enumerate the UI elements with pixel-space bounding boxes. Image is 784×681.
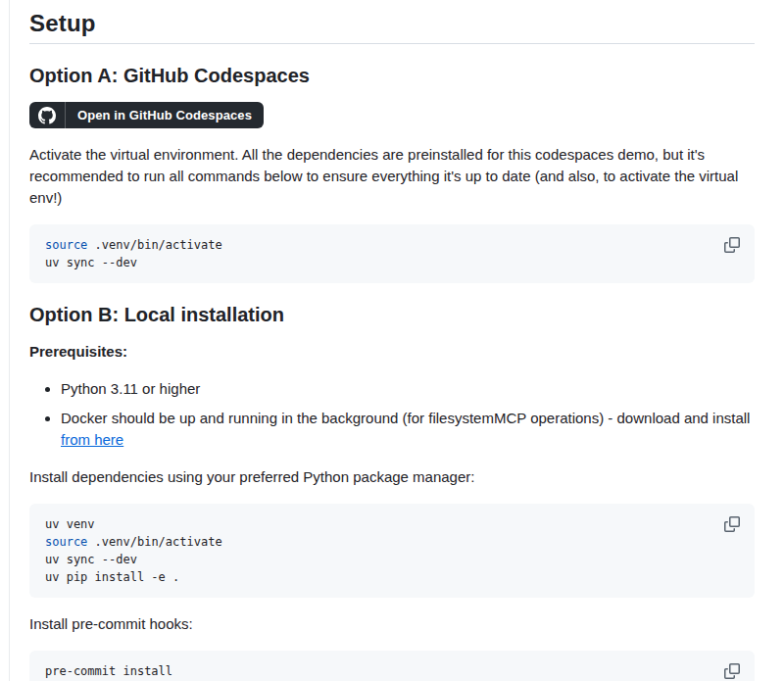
setup-heading: Setup	[29, 10, 755, 44]
code-content[interactable]: source .venv/bin/activate uv sync --dev	[45, 236, 706, 271]
list-item-docker: Docker should be up and running in the b…	[61, 408, 755, 451]
code-content[interactable]: pre-commit install	[45, 662, 706, 680]
copy-icon	[724, 663, 740, 679]
code-token: uv pip install -e .	[45, 570, 179, 584]
list-item-text: Docker should be up and running in the b…	[61, 410, 750, 426]
copy-icon	[724, 237, 740, 253]
copy-button[interactable]	[721, 234, 743, 256]
install-deps-paragraph: Install dependencies using your preferre…	[29, 466, 755, 488]
from-here-link[interactable]: from here	[61, 431, 123, 448]
prerequisites-label: Prerequisites:	[29, 341, 755, 363]
code-token: source	[45, 535, 87, 549]
precommit-paragraph: Install pre-commit hooks:	[29, 613, 755, 635]
prerequisites-list: Python 3.11 or higher Docker should be u…	[29, 378, 755, 451]
code-token: uv sync --dev	[45, 553, 137, 566]
option-a-intro-paragraph: Activate the virtual environment. All th…	[29, 144, 755, 209]
code-token: uv sync --dev	[45, 256, 137, 269]
badge-label: Open in GitHub Codespaces	[66, 102, 264, 128]
code-block-activate: source .venv/bin/activate uv sync --dev	[29, 224, 755, 283]
code-token: uv venv	[45, 517, 95, 531]
copy-button[interactable]	[721, 660, 743, 681]
list-item-python: Python 3.11 or higher	[61, 378, 755, 400]
code-content[interactable]: uv venv source .venv/bin/activate uv syn…	[45, 515, 706, 586]
code-token: .venv/bin/activate	[87, 238, 221, 252]
option-a-heading: Option A: GitHub Codespaces	[29, 64, 755, 88]
code-token: pre-commit install	[45, 664, 172, 678]
code-token: source	[45, 238, 87, 252]
badge-row: Open in GitHub Codespaces	[29, 102, 755, 128]
code-block-precommit: pre-commit install	[29, 651, 755, 681]
copy-button[interactable]	[721, 513, 743, 535]
code-token: .venv/bin/activate	[87, 535, 221, 549]
list-item-text: Python 3.11 or higher	[61, 380, 200, 397]
option-b-heading: Option B: Local installation	[29, 303, 755, 327]
page-left-border	[9, 0, 10, 681]
copy-icon	[724, 516, 740, 532]
code-block-install-deps: uv venv source .venv/bin/activate uv syn…	[29, 504, 755, 598]
open-in-codespaces-badge[interactable]: Open in GitHub Codespaces	[29, 102, 264, 128]
readme-setup-section: Setup Option A: GitHub Codespaces Open i…	[29, 10, 755, 681]
github-mark-icon	[29, 102, 66, 128]
